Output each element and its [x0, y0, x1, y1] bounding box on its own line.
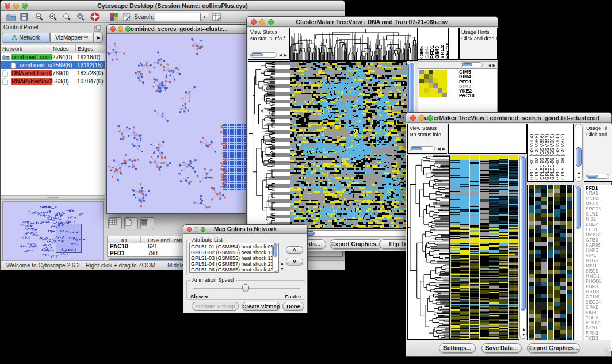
tv2-column-label[interactable]: GPL51-01 (GSM854) — [529, 125, 534, 180]
speed-slider-thumb[interactable] — [242, 284, 249, 292]
summary-cell[interactable] — [438, 83, 442, 88]
tv2-gene-scrollbar[interactable]: ▲ ▼ — [575, 185, 582, 351]
create-vizmap-button[interactable]: Create Vizmap — [242, 302, 280, 311]
scroll-left-icon[interactable]: ◀ — [438, 147, 441, 151]
resize-grip[interactable] — [604, 348, 611, 355]
help-icon[interactable] — [90, 12, 100, 24]
summary-cell[interactable] — [424, 79, 429, 83]
tv2-status-scrollbar[interactable] — [410, 146, 435, 151]
tv2-labels-scrollbar[interactable]: ▲ ▼ — [575, 124, 583, 182]
tv1-row-dendrogram[interactable] — [248, 61, 291, 229]
network-tree-row[interactable]: DNA and Tran 07769(0)183728(0) — [1, 69, 105, 77]
summary-cell[interactable] — [433, 93, 438, 97]
tv2-row-dendrogram[interactable] — [407, 155, 449, 340]
treeview2-title-bar[interactable]: ClusterMaker TreeView : combined_scores_… — [406, 113, 611, 123]
network-tree-row[interactable]: combined_scores2764(0)16218(0) — [1, 53, 105, 61]
done-button[interactable]: Done — [282, 302, 304, 311]
summary-cell[interactable] — [442, 70, 447, 74]
tv2-column-label[interactable]: GPL51-07 (GSM868) — [555, 125, 560, 180]
annotation-icon[interactable] — [123, 13, 131, 24]
new-doc-icon[interactable] — [124, 217, 138, 229]
animate-vizmap-button[interactable]: Animate Vizmap — [192, 302, 239, 311]
summary-cell[interactable] — [433, 88, 438, 93]
search-dropdown-icon[interactable]: ▾ — [201, 13, 208, 21]
plugins-icon[interactable] — [110, 13, 118, 24]
summary-cell[interactable] — [424, 93, 429, 97]
summary-cell[interactable] — [442, 74, 447, 79]
close-icon[interactable] — [187, 227, 192, 232]
minimize-icon[interactable] — [419, 115, 424, 121]
tv1-summary-heatmap[interactable] — [419, 70, 448, 98]
close-button[interactable] — [5, 3, 10, 9]
tv1-heatmap[interactable] — [290, 61, 407, 229]
tv2-column-label[interactable]: GPL51-06 (GSM865) — [550, 125, 554, 180]
summary-cell[interactable] — [429, 88, 433, 93]
summary-cell[interactable] — [429, 70, 433, 74]
tv2-heatmap-vscrollbar[interactable]: ▲ ▼ — [519, 155, 527, 339]
save-icon[interactable] — [20, 13, 28, 23]
move-up-button[interactable]: ^ — [286, 246, 303, 254]
tab-network[interactable]: Network — [2, 33, 50, 43]
minimize-button[interactable] — [13, 3, 19, 9]
tv1-column-label[interactable]: PFD1 — [430, 29, 434, 59]
tv1-usage-scrollbar[interactable] — [461, 62, 483, 67]
attribute-list-item[interactable]: GPL51-04 (GSM857) heat shock 20 min — [191, 261, 277, 267]
tv2-column-label[interactable]: GPL51-02 (GSM855) — [534, 125, 539, 180]
summary-cell[interactable] — [442, 79, 447, 83]
tv1-column-label[interactable]: GIM4 — [424, 29, 429, 59]
scroll-up-icon[interactable]: ▲ — [522, 327, 526, 331]
maximize-icon[interactable] — [268, 19, 274, 25]
tv1-column-label[interactable]: GIM5 — [419, 29, 424, 59]
scroll-right-icon[interactable]: ▶ — [442, 147, 445, 151]
scroll-down-icon[interactable]: ▼ — [280, 267, 284, 271]
open-icon[interactable] — [6, 13, 16, 23]
birdseye-view[interactable] — [2, 201, 104, 261]
maximize-icon[interactable] — [427, 115, 433, 121]
zoom-in-icon[interactable] — [49, 13, 58, 24]
attribute-list-item[interactable]: GPL51-01 (GSM854) heat shock 05 min — [191, 244, 277, 250]
maximize-icon[interactable] — [201, 227, 205, 232]
attribute-list-scrollbar[interactable] — [272, 243, 278, 272]
scroll-up-icon[interactable]: ▲ — [280, 261, 284, 265]
summary-cell[interactable] — [419, 74, 424, 79]
minimize-icon[interactable] — [259, 19, 265, 25]
minimize-icon[interactable] — [194, 227, 198, 232]
summary-cell[interactable] — [429, 74, 433, 79]
summary-cell[interactable] — [438, 74, 442, 79]
summary-cell[interactable] — [429, 79, 433, 83]
summary-cell[interactable] — [424, 83, 429, 88]
tv1-column-label[interactable]: YKE2 — [440, 29, 445, 59]
summary-cell[interactable] — [438, 88, 442, 93]
attribute-list-item[interactable]: GPL51-06 (GSM865) heat shock 40 min — [191, 267, 277, 273]
scroll-left-icon[interactable]: ◀ — [488, 63, 491, 67]
main-title-bar[interactable]: Cytoscape Desktop (Session Name: collins… — [1, 1, 345, 11]
zoom-fit-icon[interactable] — [76, 13, 85, 24]
close-icon[interactable] — [410, 115, 416, 121]
summary-cell[interactable] — [442, 83, 447, 88]
summary-cell[interactable] — [438, 70, 442, 74]
attribute-list-item[interactable]: GPL51-02 (GSM855) heat shock 10 min — [191, 250, 277, 255]
tv1-export-graphics-button[interactable]: Export Graphics... — [330, 239, 382, 249]
tv2-heatmap[interactable] — [449, 155, 519, 340]
summary-cell[interactable] — [438, 79, 442, 83]
move-down-button[interactable]: v — [286, 258, 303, 265]
tv1-column-label[interactable]: GIM3 — [435, 29, 439, 59]
tv2-column-label[interactable]: GPL51-03 (GSM856) — [540, 125, 544, 180]
close-icon[interactable] — [110, 26, 116, 32]
minimize-icon[interactable] — [118, 26, 123, 32]
scroll-right-icon[interactable]: ▶ — [284, 53, 287, 57]
tv2-settings-button[interactable]: Settings... — [439, 343, 476, 353]
close-icon[interactable] — [251, 19, 257, 25]
summary-cell[interactable] — [419, 83, 424, 88]
summary-cell[interactable] — [429, 83, 433, 88]
scroll-down-icon[interactable]: ▼ — [522, 332, 526, 336]
summary-cell[interactable] — [433, 79, 438, 83]
treeview1-title-bar[interactable]: ClusterMaker TreeView : DNA and Tran 07-… — [247, 17, 498, 27]
zoom-out-icon[interactable] — [35, 13, 44, 24]
summary-cell[interactable] — [433, 83, 438, 88]
scroll-up-icon[interactable]: ▲ — [577, 170, 581, 174]
attribute-list-item[interactable]: GPL51-03 (GSM856) heat shock 15 min — [191, 255, 277, 261]
tv2-usage-scrollbar[interactable] — [586, 174, 609, 179]
summary-cell[interactable] — [419, 70, 424, 74]
zoom-selected-icon[interactable] — [63, 13, 71, 24]
